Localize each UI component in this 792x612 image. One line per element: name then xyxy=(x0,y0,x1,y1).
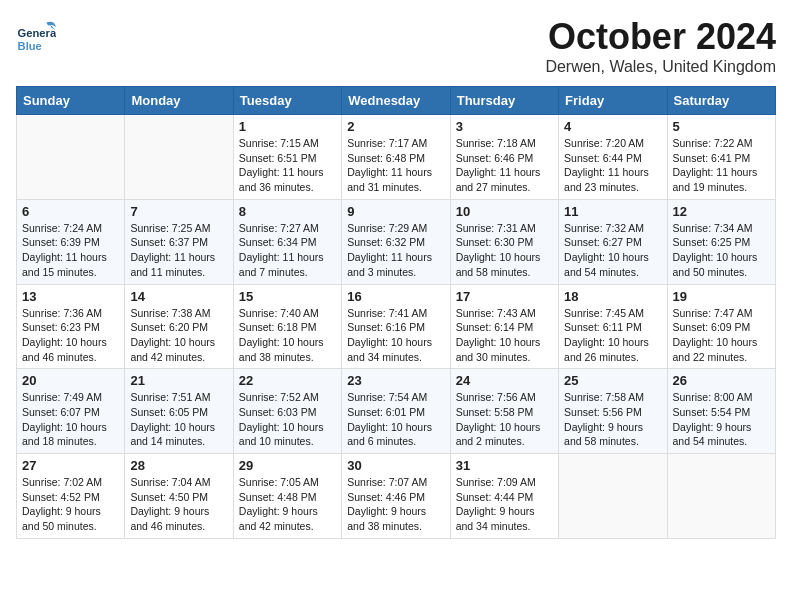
day-number: 15 xyxy=(239,289,336,304)
calendar-cell: 3Sunrise: 7:18 AM Sunset: 6:46 PM Daylig… xyxy=(450,115,558,200)
day-number: 17 xyxy=(456,289,553,304)
day-info: Sunrise: 7:40 AM Sunset: 6:18 PM Dayligh… xyxy=(239,306,336,365)
calendar-cell: 18Sunrise: 7:45 AM Sunset: 6:11 PM Dayli… xyxy=(559,284,667,369)
day-info: Sunrise: 8:00 AM Sunset: 5:54 PM Dayligh… xyxy=(673,390,770,449)
day-info: Sunrise: 7:51 AM Sunset: 6:05 PM Dayligh… xyxy=(130,390,227,449)
day-number: 31 xyxy=(456,458,553,473)
day-info: Sunrise: 7:43 AM Sunset: 6:14 PM Dayligh… xyxy=(456,306,553,365)
day-number: 8 xyxy=(239,204,336,219)
calendar-cell: 17Sunrise: 7:43 AM Sunset: 6:14 PM Dayli… xyxy=(450,284,558,369)
calendar-cell: 1Sunrise: 7:15 AM Sunset: 6:51 PM Daylig… xyxy=(233,115,341,200)
day-number: 11 xyxy=(564,204,661,219)
day-info: Sunrise: 7:09 AM Sunset: 4:44 PM Dayligh… xyxy=(456,475,553,534)
day-info: Sunrise: 7:24 AM Sunset: 6:39 PM Dayligh… xyxy=(22,221,119,280)
calendar-cell: 4Sunrise: 7:20 AM Sunset: 6:44 PM Daylig… xyxy=(559,115,667,200)
day-info: Sunrise: 7:15 AM Sunset: 6:51 PM Dayligh… xyxy=(239,136,336,195)
day-number: 27 xyxy=(22,458,119,473)
day-info: Sunrise: 7:56 AM Sunset: 5:58 PM Dayligh… xyxy=(456,390,553,449)
calendar-cell xyxy=(17,115,125,200)
calendar-week-row: 6Sunrise: 7:24 AM Sunset: 6:39 PM Daylig… xyxy=(17,199,776,284)
calendar-week-row: 20Sunrise: 7:49 AM Sunset: 6:07 PM Dayli… xyxy=(17,369,776,454)
calendar-cell: 25Sunrise: 7:58 AM Sunset: 5:56 PM Dayli… xyxy=(559,369,667,454)
location-label: Derwen, Wales, United Kingdom xyxy=(545,58,776,76)
calendar-table: SundayMondayTuesdayWednesdayThursdayFrid… xyxy=(16,86,776,539)
column-header-sunday: Sunday xyxy=(17,87,125,115)
calendar-cell: 26Sunrise: 8:00 AM Sunset: 5:54 PM Dayli… xyxy=(667,369,775,454)
calendar-cell: 29Sunrise: 7:05 AM Sunset: 4:48 PM Dayli… xyxy=(233,454,341,539)
column-header-tuesday: Tuesday xyxy=(233,87,341,115)
calendar-cell: 24Sunrise: 7:56 AM Sunset: 5:58 PM Dayli… xyxy=(450,369,558,454)
calendar-cell xyxy=(667,454,775,539)
calendar-week-row: 27Sunrise: 7:02 AM Sunset: 4:52 PM Dayli… xyxy=(17,454,776,539)
day-number: 14 xyxy=(130,289,227,304)
day-info: Sunrise: 7:31 AM Sunset: 6:30 PM Dayligh… xyxy=(456,221,553,280)
calendar-week-row: 1Sunrise: 7:15 AM Sunset: 6:51 PM Daylig… xyxy=(17,115,776,200)
calendar-cell: 7Sunrise: 7:25 AM Sunset: 6:37 PM Daylig… xyxy=(125,199,233,284)
calendar-cell: 8Sunrise: 7:27 AM Sunset: 6:34 PM Daylig… xyxy=(233,199,341,284)
day-info: Sunrise: 7:04 AM Sunset: 4:50 PM Dayligh… xyxy=(130,475,227,534)
calendar-cell: 30Sunrise: 7:07 AM Sunset: 4:46 PM Dayli… xyxy=(342,454,450,539)
day-info: Sunrise: 7:05 AM Sunset: 4:48 PM Dayligh… xyxy=(239,475,336,534)
day-number: 7 xyxy=(130,204,227,219)
calendar-cell: 28Sunrise: 7:04 AM Sunset: 4:50 PM Dayli… xyxy=(125,454,233,539)
page-header: General Blue October 2024 Derwen, Wales,… xyxy=(16,16,776,76)
column-header-saturday: Saturday xyxy=(667,87,775,115)
day-info: Sunrise: 7:52 AM Sunset: 6:03 PM Dayligh… xyxy=(239,390,336,449)
day-number: 5 xyxy=(673,119,770,134)
day-info: Sunrise: 7:41 AM Sunset: 6:16 PM Dayligh… xyxy=(347,306,444,365)
day-info: Sunrise: 7:29 AM Sunset: 6:32 PM Dayligh… xyxy=(347,221,444,280)
day-number: 9 xyxy=(347,204,444,219)
svg-text:General: General xyxy=(18,27,56,39)
day-number: 26 xyxy=(673,373,770,388)
month-title: October 2024 xyxy=(545,16,776,58)
calendar-cell: 21Sunrise: 7:51 AM Sunset: 6:05 PM Dayli… xyxy=(125,369,233,454)
calendar-cell: 20Sunrise: 7:49 AM Sunset: 6:07 PM Dayli… xyxy=(17,369,125,454)
day-number: 24 xyxy=(456,373,553,388)
calendar-cell: 11Sunrise: 7:32 AM Sunset: 6:27 PM Dayli… xyxy=(559,199,667,284)
calendar-header-row: SundayMondayTuesdayWednesdayThursdayFrid… xyxy=(17,87,776,115)
day-info: Sunrise: 7:18 AM Sunset: 6:46 PM Dayligh… xyxy=(456,136,553,195)
calendar-cell: 9Sunrise: 7:29 AM Sunset: 6:32 PM Daylig… xyxy=(342,199,450,284)
day-info: Sunrise: 7:17 AM Sunset: 6:48 PM Dayligh… xyxy=(347,136,444,195)
day-info: Sunrise: 7:27 AM Sunset: 6:34 PM Dayligh… xyxy=(239,221,336,280)
svg-text:Blue: Blue xyxy=(18,40,42,52)
day-number: 28 xyxy=(130,458,227,473)
day-number: 29 xyxy=(239,458,336,473)
day-number: 25 xyxy=(564,373,661,388)
calendar-cell: 22Sunrise: 7:52 AM Sunset: 6:03 PM Dayli… xyxy=(233,369,341,454)
calendar-cell: 27Sunrise: 7:02 AM Sunset: 4:52 PM Dayli… xyxy=(17,454,125,539)
day-info: Sunrise: 7:36 AM Sunset: 6:23 PM Dayligh… xyxy=(22,306,119,365)
day-info: Sunrise: 7:07 AM Sunset: 4:46 PM Dayligh… xyxy=(347,475,444,534)
calendar-cell: 14Sunrise: 7:38 AM Sunset: 6:20 PM Dayli… xyxy=(125,284,233,369)
column-header-wednesday: Wednesday xyxy=(342,87,450,115)
column-header-monday: Monday xyxy=(125,87,233,115)
day-number: 6 xyxy=(22,204,119,219)
day-info: Sunrise: 7:45 AM Sunset: 6:11 PM Dayligh… xyxy=(564,306,661,365)
day-number: 16 xyxy=(347,289,444,304)
calendar-cell: 6Sunrise: 7:24 AM Sunset: 6:39 PM Daylig… xyxy=(17,199,125,284)
day-info: Sunrise: 7:34 AM Sunset: 6:25 PM Dayligh… xyxy=(673,221,770,280)
day-info: Sunrise: 7:38 AM Sunset: 6:20 PM Dayligh… xyxy=(130,306,227,365)
calendar-cell: 5Sunrise: 7:22 AM Sunset: 6:41 PM Daylig… xyxy=(667,115,775,200)
day-number: 3 xyxy=(456,119,553,134)
day-number: 21 xyxy=(130,373,227,388)
column-header-friday: Friday xyxy=(559,87,667,115)
day-number: 10 xyxy=(456,204,553,219)
calendar-cell: 23Sunrise: 7:54 AM Sunset: 6:01 PM Dayli… xyxy=(342,369,450,454)
day-number: 18 xyxy=(564,289,661,304)
day-info: Sunrise: 7:20 AM Sunset: 6:44 PM Dayligh… xyxy=(564,136,661,195)
calendar-cell: 2Sunrise: 7:17 AM Sunset: 6:48 PM Daylig… xyxy=(342,115,450,200)
logo-icon: General Blue xyxy=(16,16,56,56)
day-number: 13 xyxy=(22,289,119,304)
day-number: 20 xyxy=(22,373,119,388)
day-info: Sunrise: 7:54 AM Sunset: 6:01 PM Dayligh… xyxy=(347,390,444,449)
calendar-cell: 15Sunrise: 7:40 AM Sunset: 6:18 PM Dayli… xyxy=(233,284,341,369)
day-number: 22 xyxy=(239,373,336,388)
day-info: Sunrise: 7:47 AM Sunset: 6:09 PM Dayligh… xyxy=(673,306,770,365)
day-number: 4 xyxy=(564,119,661,134)
day-info: Sunrise: 7:49 AM Sunset: 6:07 PM Dayligh… xyxy=(22,390,119,449)
day-number: 23 xyxy=(347,373,444,388)
day-number: 30 xyxy=(347,458,444,473)
logo: General Blue xyxy=(16,16,56,56)
day-number: 12 xyxy=(673,204,770,219)
